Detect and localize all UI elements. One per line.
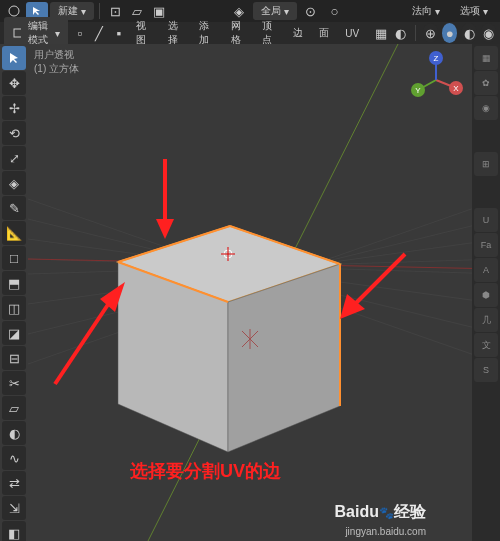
separator	[415, 25, 416, 41]
mode-label: 编辑模式	[24, 19, 53, 47]
select-face-icon[interactable]: ▪	[111, 24, 126, 42]
overlay-icon[interactable]: ◐	[393, 24, 408, 42]
measure-tool-icon[interactable]: 📐	[2, 221, 26, 245]
rip-tool-icon[interactable]: ◧	[2, 521, 26, 541]
chevron-down-icon: ▾	[435, 6, 440, 17]
menu-uv[interactable]: UV	[339, 26, 365, 41]
orientation-label: 全局	[261, 4, 281, 18]
prop-text-icon[interactable]: 文	[474, 333, 498, 357]
navigation-gizmo[interactable]: X Y Z	[406, 50, 466, 110]
snap-icon[interactable]: ⊙	[301, 2, 321, 20]
new-label: 新建	[58, 4, 78, 18]
viewport-3d[interactable]: 选择要分割UV的边 用户透视 (1) 立方体 ✥ ✢ ⟲ ⤢ ◈ ✎ 📐 □ ⬒…	[0, 44, 472, 541]
move-tool-icon[interactable]: ✢	[2, 96, 26, 120]
svg-text:X: X	[453, 84, 459, 93]
proportional-icon[interactable]: ○	[325, 2, 345, 20]
prop-a-icon[interactable]: A	[474, 258, 498, 282]
transform-tool-icon[interactable]: ◈	[2, 171, 26, 195]
addcube-tool-icon[interactable]: □	[2, 246, 26, 270]
inset-tool-icon[interactable]: ◫	[2, 296, 26, 320]
prop-s-icon[interactable]: S	[474, 358, 498, 382]
annotation-arrow-3	[335, 244, 415, 334]
chevron-down-icon: ▾	[81, 6, 86, 17]
prop-fa-icon[interactable]: Fa	[474, 233, 498, 257]
svg-text:Z: Z	[434, 54, 439, 63]
loopcut-tool-icon[interactable]: ⊟	[2, 346, 26, 370]
svg-point-0	[9, 6, 19, 16]
chevron-down-icon: ▾	[55, 28, 60, 39]
prop-modifier-icon[interactable]: ⬢	[474, 283, 498, 307]
svg-text:Y: Y	[415, 86, 421, 95]
select-vertex-icon[interactable]: ▫	[72, 24, 87, 42]
extrude-tool-icon[interactable]: ⬒	[2, 271, 26, 295]
grid-icon[interactable]: ▦	[373, 24, 388, 42]
watermark-url: jingyan.baidu.com	[345, 526, 426, 537]
viewport-info: 用户透视 (1) 立方体	[34, 48, 79, 76]
svg-marker-26	[156, 219, 174, 239]
svg-rect-1	[14, 29, 21, 37]
svg-line-27	[55, 294, 115, 384]
menu-edge[interactable]: 边	[287, 24, 309, 42]
rotate-tool-icon[interactable]: ⟲	[2, 121, 26, 145]
spin-tool-icon[interactable]: ◐	[2, 421, 26, 445]
chevron-down-icon: ▾	[483, 6, 488, 17]
shrink-tool-icon[interactable]: ⇲	[2, 496, 26, 520]
bevel-tool-icon[interactable]: ◪	[2, 321, 26, 345]
annotation-arrow-1	[140, 154, 190, 244]
prop-geom-icon[interactable]: 几	[474, 308, 498, 332]
properties-panel: ▦ ✿ ◉ ⊞ U Fa A ⬢ 几 文 S	[472, 44, 500, 541]
options-label: 选项	[460, 4, 480, 18]
direction-label: 法向	[412, 4, 432, 18]
scale-tool-icon[interactable]: ⤢	[2, 146, 26, 170]
render-icon[interactable]: ◉	[481, 23, 496, 43]
options-dropdown[interactable]: 选项▾	[452, 2, 496, 20]
cursor-tool-icon[interactable]: ✥	[2, 71, 26, 95]
info-perspective: 用户透视	[34, 48, 79, 62]
annotation-text: 选择要分割UV的边	[130, 459, 281, 483]
chevron-down-icon: ▾	[284, 6, 289, 17]
knife-tool-icon[interactable]: ✂	[2, 371, 26, 395]
annotation-arrow-2	[40, 274, 140, 394]
prop-scene-icon[interactable]: ⊞	[474, 152, 498, 176]
polybuild-tool-icon[interactable]: ▱	[2, 396, 26, 420]
wireframe-icon[interactable]: ⊕	[423, 23, 438, 43]
edit-mode-icon	[12, 27, 21, 39]
prop-view-icon[interactable]: ◉	[474, 96, 498, 120]
edgeslide-tool-icon[interactable]: ⇄	[2, 471, 26, 495]
direction-dropdown[interactable]: 法向▾	[404, 2, 448, 20]
menu-face[interactable]: 面	[313, 24, 335, 42]
watermark-product: 经验	[394, 503, 426, 520]
smooth-tool-icon[interactable]: ∿	[2, 446, 26, 470]
prop-output-icon[interactable]: ✿	[474, 71, 498, 95]
separator	[99, 3, 100, 19]
snap-vertex-icon[interactable]: ⊡	[105, 2, 125, 20]
solid-icon[interactable]: ●	[442, 23, 457, 43]
select-tool-icon[interactable]	[2, 46, 26, 70]
material-icon[interactable]: ◐	[461, 23, 476, 43]
watermark: Baidu🐾经验	[335, 502, 426, 523]
info-object: (1) 立方体	[34, 62, 79, 76]
annotate-tool-icon[interactable]: ✎	[2, 196, 26, 220]
select-edge-icon[interactable]: ╱	[92, 24, 107, 42]
watermark-brand: Baidu	[335, 503, 379, 520]
menu-bar: 编辑模式▾ ▫ ╱ ▪ 视图 选择 添加 网格 顶点 边 面 UV ▦ ◐ ⊕ …	[0, 22, 500, 44]
prop-render-icon[interactable]: ▦	[474, 46, 498, 70]
prop-u-icon[interactable]: U	[474, 208, 498, 232]
toolbar-left: ✥ ✢ ⟲ ⤢ ◈ ✎ 📐 □ ⬒ ◫ ◪ ⊟ ✂ ▱ ◐ ∿ ⇄ ⇲ ◧	[2, 46, 26, 541]
svg-line-29	[350, 254, 405, 309]
